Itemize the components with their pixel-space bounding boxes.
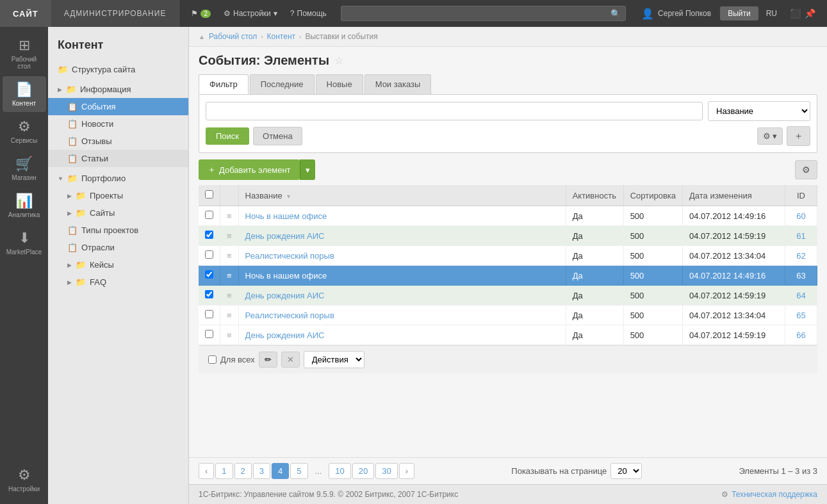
tab-filter[interactable]: Фильтр	[199, 74, 249, 94]
col-date[interactable]: Дата изменения	[683, 185, 785, 206]
tab-my[interactable]: Мои заказы	[364, 74, 432, 94]
sidebar-item-info[interactable]: ▶ 📁 Информация	[48, 81, 188, 98]
add-element-arrow-button[interactable]: ▾	[300, 159, 315, 180]
services-icon: ⚙	[18, 118, 31, 135]
tab-new[interactable]: Новые	[316, 74, 363, 94]
site-button[interactable]: САЙТ	[0, 0, 51, 27]
sidebar-item-faq[interactable]: ▶ 📁 FAQ	[48, 273, 188, 291]
help-button[interactable]: ? Помощь	[285, 6, 332, 20]
row-name-cell[interactable]: Ночь в нашем офисе	[238, 266, 566, 286]
col-id[interactable]: ID	[785, 185, 817, 206]
col-name[interactable]: Название ▾	[238, 185, 566, 206]
row-name-cell[interactable]: День рождения АИС	[238, 226, 566, 246]
settings-nav-button[interactable]: ⚙ Настройки ▾	[218, 6, 282, 20]
page-20-button[interactable]: 20	[352, 463, 374, 479]
row-checkbox-3[interactable]	[205, 270, 213, 279]
per-page-select[interactable]: 20	[610, 463, 642, 479]
actions-select[interactable]: Действия	[304, 351, 364, 368]
sidebar-item-settings[interactable]: ⚙ Настройки	[3, 462, 46, 498]
gear-nav-icon: ⚙	[224, 9, 231, 18]
add-element-button[interactable]: ＋ Добавить элемент	[199, 159, 300, 180]
row-id-cell[interactable]: 60	[785, 206, 817, 226]
search-input[interactable]	[341, 6, 626, 21]
row-name-cell[interactable]: Реалистический порыв	[238, 305, 566, 325]
sidebar-item-shop[interactable]: 🛒 Магазин	[3, 150, 46, 186]
row-id-cell[interactable]: 64	[785, 286, 817, 305]
row-id-cell[interactable]: 61	[785, 226, 817, 246]
sidebar-item-portfolio[interactable]: ▼ 📁 Портфолио	[48, 170, 188, 187]
page-10-button[interactable]: 10	[329, 463, 350, 479]
row-checkbox-1[interactable]	[205, 231, 213, 239]
sidebar-item-desktop[interactable]: ⊞ Рабочий стол	[3, 32, 46, 75]
row-checkbox-2[interactable]	[205, 250, 213, 259]
tab-last[interactable]: Последние	[250, 74, 315, 94]
breadcrumb-desktop[interactable]: Рабочий стол	[209, 32, 257, 41]
table-row[interactable]: ≡ Реалистический порыв Да 500 04.07.2012…	[199, 305, 817, 325]
row-id-cell[interactable]: 65	[785, 305, 817, 325]
edit-bottom-button[interactable]: ✏	[259, 352, 277, 368]
sidebar-item-news[interactable]: 📋 Новости	[48, 115, 188, 133]
table-settings-button[interactable]: ⚙	[795, 160, 817, 179]
sidebar-item-services[interactable]: ⚙ Сервисы	[3, 113, 46, 149]
sidebar-item-industries[interactable]: 📋 Отрасли	[48, 239, 188, 256]
page-5-button[interactable]: 5	[290, 463, 307, 479]
language-selector[interactable]: RU	[761, 9, 782, 18]
sidebar-item-structure[interactable]: 📁 Структура сайта	[48, 61, 188, 78]
bottom-select-all[interactable]	[208, 355, 217, 364]
admin-button[interactable]: АДМИНИСТРИРОВАНИЕ	[51, 0, 180, 27]
row-id-cell[interactable]: 66	[785, 325, 817, 345]
row-checkbox-6[interactable]	[205, 330, 213, 338]
page-30-button[interactable]: 30	[375, 463, 397, 479]
row-name-cell[interactable]: День рождения АИС	[238, 286, 566, 305]
row-name-cell[interactable]: Ночь в нашем офисе	[238, 206, 566, 226]
sidebar-item-cases[interactable]: ▶ 📁 Кейсы	[48, 256, 188, 273]
filter-search-input[interactable]	[206, 102, 703, 120]
sidebar-item-analytics[interactable]: 📊 Аналитика	[3, 188, 46, 224]
sidebar-item-articles[interactable]: 📋 Статьи	[48, 150, 188, 167]
sidebar-item-events[interactable]: 📋 События	[48, 98, 188, 115]
exit-button[interactable]: Выйти	[720, 6, 758, 20]
page-4-button[interactable]: 4	[272, 463, 289, 479]
sidebar-item-content[interactable]: 📄 Контент	[3, 76, 46, 112]
row-active-cell: Да	[566, 246, 623, 266]
screen-icon[interactable]: ⬛	[790, 8, 801, 19]
sidebar-item-marketplace[interactable]: ⬇ MarketPlace	[3, 225, 46, 261]
favorite-icon[interactable]: ☆	[334, 54, 343, 67]
filter-settings-button[interactable]: ⚙ ▾	[757, 127, 783, 145]
table-row[interactable]: ≡ Ночь в нашем офисе Да 500 04.07.2012 1…	[199, 206, 817, 226]
cancel-button[interactable]: Отмена	[253, 127, 302, 145]
table-row[interactable]: ≡ Ночь в нашем офисе Да 500 04.07.2012 1…	[199, 266, 817, 286]
notifications-button[interactable]: ⚑ 2	[186, 6, 216, 20]
page-next-button[interactable]: ›	[399, 463, 414, 479]
row-checkbox-0[interactable]	[205, 211, 213, 219]
sidebar-item-project-types[interactable]: 📋 Типы проектов	[48, 222, 188, 239]
row-checkbox-4[interactable]	[205, 290, 213, 298]
table-row[interactable]: ≡ День рождения АИС Да 500 04.07.2012 14…	[199, 286, 817, 305]
filter-field-select[interactable]: Название	[708, 101, 810, 121]
table-row[interactable]: ≡ Реалистический порыв Да 500 04.07.2012…	[199, 246, 817, 266]
info-label: Информация	[80, 85, 131, 94]
row-id-cell[interactable]: 62	[785, 246, 817, 266]
sidebar-item-reviews[interactable]: 📋 Отзывы	[48, 133, 188, 150]
page-prev-button[interactable]: ‹	[199, 463, 214, 479]
col-active[interactable]: Активность	[566, 185, 623, 206]
row-name-cell[interactable]: Реалистический порыв	[238, 246, 566, 266]
page-3-button[interactable]: 3	[253, 463, 270, 479]
sidebar-item-sites[interactable]: ▶ 📁 Сайты	[48, 204, 188, 222]
row-name-cell[interactable]: День рождения АИС	[238, 325, 566, 345]
sidebar-item-projects[interactable]: ▶ 📁 Проекты	[48, 187, 188, 204]
row-id-cell[interactable]: 63	[785, 266, 817, 286]
table-row[interactable]: ≡ День рождения АИС Да 500 04.07.2012 14…	[199, 226, 817, 246]
page-2-button[interactable]: 2	[234, 463, 252, 479]
row-checkbox-5[interactable]	[205, 310, 213, 318]
pin-icon[interactable]: 📌	[805, 8, 815, 19]
table-row[interactable]: ≡ День рождения АИС Да 500 04.07.2012 14…	[199, 325, 817, 345]
select-all-checkbox[interactable]	[205, 190, 213, 199]
col-sort[interactable]: Сортировка	[623, 185, 682, 206]
delete-bottom-button[interactable]: ✕	[281, 352, 300, 368]
breadcrumb-content[interactable]: Контент	[267, 32, 295, 41]
filter-add-button[interactable]: ＋	[787, 126, 810, 146]
search-button[interactable]: Поиск	[206, 127, 249, 145]
support-link[interactable]: ⚙ Техническая поддержка	[721, 490, 817, 499]
page-1-button[interactable]: 1	[215, 463, 233, 479]
